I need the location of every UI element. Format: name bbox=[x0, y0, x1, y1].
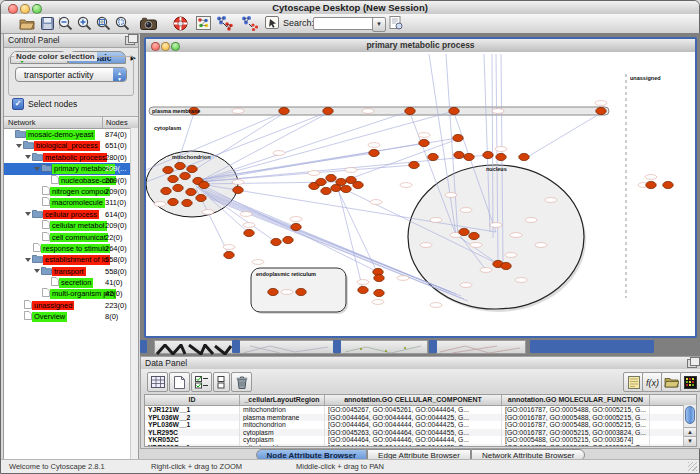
delete-attribute-icon[interactable] bbox=[231, 372, 252, 392]
node[interactable] bbox=[199, 181, 209, 188]
node[interactable] bbox=[279, 107, 289, 114]
node[interactable] bbox=[271, 238, 281, 245]
open-icon[interactable] bbox=[18, 15, 36, 31]
table-row-ylr295c[interactable]: YLR295Ccytoplasm[GO:0045263, GO:0044464,… bbox=[145, 429, 696, 437]
column-header-id[interactable]: ID bbox=[145, 395, 240, 405]
edge[interactable] bbox=[196, 111, 454, 182]
zoom-in-icon[interactable] bbox=[75, 15, 93, 31]
node[interactable] bbox=[419, 139, 429, 146]
scrollbar-thumb[interactable] bbox=[685, 406, 695, 424]
tree-row-biological-process[interactable]: biological_process651(0) bbox=[4, 140, 138, 151]
node[interactable] bbox=[175, 162, 185, 169]
node[interactable] bbox=[196, 194, 206, 201]
node[interactable] bbox=[449, 107, 459, 114]
node[interactable] bbox=[291, 223, 301, 230]
select-attributes-icon[interactable] bbox=[191, 372, 212, 392]
node[interactable] bbox=[331, 184, 341, 191]
node[interactable] bbox=[409, 161, 419, 168]
node[interactable] bbox=[316, 178, 326, 185]
graphics-details-icon[interactable] bbox=[194, 15, 212, 31]
edge[interactable] bbox=[188, 113, 284, 174]
node[interactable] bbox=[374, 274, 384, 281]
tree-row-establishment-of-lo[interactable]: establishment of lo558(0) bbox=[4, 254, 138, 265]
background-window-fragment[interactable] bbox=[436, 340, 526, 354]
edge[interactable] bbox=[336, 186, 378, 274]
disclosure-triangle-icon[interactable] bbox=[25, 155, 31, 159]
background-window-fragment[interactable] bbox=[340, 340, 428, 354]
save-icon[interactable] bbox=[38, 15, 56, 31]
zoom-selected-icon[interactable] bbox=[113, 15, 131, 31]
node[interactable] bbox=[459, 228, 469, 235]
tree-header[interactable]: Network Nodes bbox=[4, 117, 138, 129]
column-header-go-2[interactable]: annotation.GO CELLULAR_COMPONENT bbox=[325, 395, 502, 405]
node[interactable] bbox=[374, 289, 384, 296]
node[interactable] bbox=[173, 184, 183, 191]
tree-row-response-to-stimulu[interactable]: response to stimulu264(0) bbox=[4, 243, 138, 254]
network-canvas[interactable]: plasma membranecytoplasmmitochondrionnuc… bbox=[146, 52, 695, 336]
tree-row-macromolecule[interactable]: macromolecule311(0) bbox=[4, 197, 138, 208]
background-window-fragment[interactable] bbox=[154, 340, 241, 354]
node[interactable] bbox=[358, 286, 368, 293]
table-scrollbar[interactable]: ▲ ▼ bbox=[683, 405, 696, 446]
node[interactable] bbox=[646, 181, 656, 188]
node[interactable] bbox=[168, 175, 178, 182]
tree-row-primary-metabolic[interactable]: primary metabolic209(... bbox=[4, 163, 138, 174]
network-graph[interactable]: plasma membranecytoplasmmitochondrionnuc… bbox=[146, 52, 695, 338]
node[interactable] bbox=[483, 151, 493, 158]
select-nodes-checkbox[interactable]: ✓ bbox=[12, 98, 24, 110]
tree-scrollbar[interactable] bbox=[130, 128, 138, 459]
float-panel-icon[interactable] bbox=[125, 36, 135, 45]
snapshot-icon[interactable] bbox=[139, 15, 157, 31]
node[interactable] bbox=[163, 166, 173, 173]
disclosure-triangle-icon[interactable] bbox=[34, 269, 40, 273]
node[interactable] bbox=[224, 251, 234, 258]
combobox-stepper-icon[interactable]: ▲▼ bbox=[113, 68, 126, 81]
search-input[interactable] bbox=[313, 17, 377, 30]
unselect-attributes-icon[interactable] bbox=[213, 372, 230, 392]
node[interactable] bbox=[428, 153, 438, 160]
node[interactable] bbox=[496, 153, 506, 160]
table-row-ypl036w__2[interactable]: YPL036W__2plasma membrane[GO:0044464, GO… bbox=[145, 414, 696, 422]
node[interactable] bbox=[405, 107, 415, 114]
edge[interactable] bbox=[524, 113, 601, 159]
node[interactable] bbox=[663, 181, 673, 188]
tree-row-overview[interactable]: Overview8(0) bbox=[4, 311, 138, 322]
search-dropdown-button[interactable]: ▼ bbox=[372, 17, 386, 32]
node-color-combobox[interactable]: transporter activity ▲▼ bbox=[15, 67, 127, 82]
formula-icon[interactable]: f(x) bbox=[642, 372, 663, 392]
tree-row-unassigned[interactable]: unassigned223(0) bbox=[4, 300, 138, 311]
node[interactable] bbox=[326, 174, 336, 181]
disclosure-triangle-icon[interactable] bbox=[25, 258, 31, 262]
node[interactable] bbox=[180, 172, 190, 179]
node[interactable] bbox=[296, 288, 306, 295]
tree-row-metabolic-process[interactable]: metabolic process280(0) bbox=[4, 152, 138, 163]
network-view-icon[interactable] bbox=[240, 15, 258, 31]
node[interactable] bbox=[233, 186, 243, 193]
import-attributes-icon[interactable] bbox=[661, 372, 682, 392]
advanced-search-icon[interactable] bbox=[387, 15, 405, 31]
tree-row-mosaic-demo-yeast[interactable]: mosaic-demo-yeast874(0) bbox=[4, 129, 138, 140]
tree-row-cellular-metabol[interactable]: cellular metabol209(0) bbox=[4, 220, 138, 231]
tree-row-secretion[interactable]: secretion41(0) bbox=[4, 277, 138, 288]
node[interactable] bbox=[596, 107, 606, 114]
tree-row-nitrogen-compou[interactable]: nitrogen compou209(0) bbox=[4, 186, 138, 197]
node[interactable] bbox=[369, 149, 379, 156]
node[interactable] bbox=[453, 134, 463, 141]
tree-row-cell-communicat[interactable]: cell communicat22(0) bbox=[4, 232, 138, 243]
zoom-fit-icon[interactable] bbox=[94, 15, 112, 31]
node[interactable] bbox=[353, 181, 363, 188]
network-view-window[interactable]: primary metabolic process plasma membran… bbox=[144, 37, 697, 338]
disclosure-triangle-icon[interactable] bbox=[25, 212, 31, 216]
node[interactable] bbox=[244, 229, 254, 236]
node[interactable] bbox=[283, 236, 293, 243]
attribute-table-header[interactable]: ID_cellularLayoutRegionannotation.GO CEL… bbox=[145, 395, 696, 406]
window-titlebar[interactable]: Cytoscape Desktop (New Session) bbox=[1, 1, 699, 15]
node[interactable] bbox=[464, 153, 474, 160]
float-panel-icon[interactable] bbox=[687, 359, 697, 368]
table-row-ydr039c__1[interactable]: YDR039C__1mitochondrion[GO:0044464, GO:0… bbox=[145, 444, 696, 447]
node[interactable] bbox=[341, 185, 351, 192]
disclosure-triangle-icon[interactable] bbox=[16, 144, 22, 148]
node[interactable] bbox=[321, 187, 331, 194]
disclosure-triangle-icon[interactable] bbox=[34, 167, 40, 171]
table-row-ykr052c[interactable]: YKR052Ccytoplasm[GO:0044464, GO:0044446,… bbox=[145, 436, 696, 444]
